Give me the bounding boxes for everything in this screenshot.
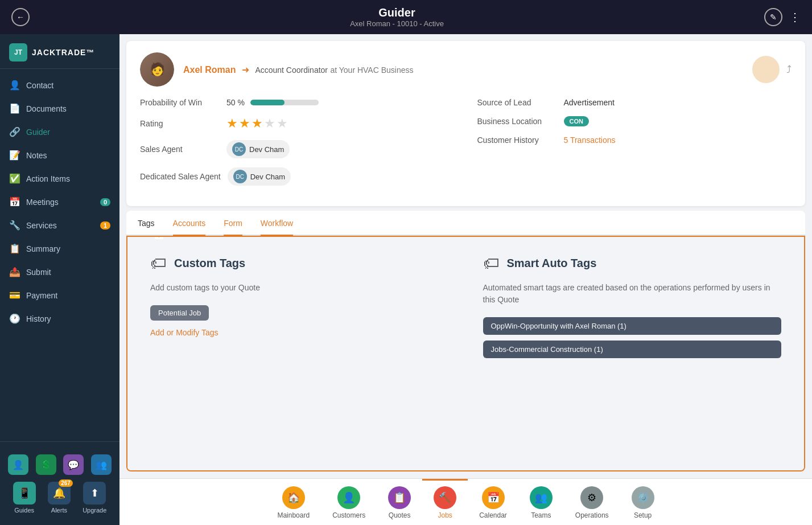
bottom-nav-teams[interactable]: 👥 Teams (518, 479, 564, 525)
add-tag-link[interactable]: Add or Modify Tags (150, 328, 219, 337)
guider-icon: 🔗 (9, 126, 20, 137)
customer-history-label: Customer History (477, 136, 557, 145)
customers-icon: 👤 (337, 486, 360, 509)
location-row: Business Location CON (477, 116, 792, 126)
sidebar-item-meetings[interactable]: 📅 Meetings 0 (0, 190, 119, 214)
sidebar-label-notes: Notes (26, 151, 47, 160)
setup-icon: ⚙️ (632, 486, 654, 509)
bottom-nav-quotes[interactable]: 📋 Quotes (377, 479, 422, 525)
sidebar-item-notes[interactable]: 📝 Notes (0, 143, 119, 167)
star-4: ★ (264, 116, 275, 131)
bottom-alerts[interactable]: 🔔 267 Alerts (48, 482, 71, 514)
sidebar-item-guider[interactable]: 🔗 Guider (0, 120, 119, 143)
header-left: ← (11, 8, 30, 26)
sidebar-item-payment[interactable]: 💳 Payment (0, 284, 119, 307)
sidebar-label-submit: Submit (26, 268, 51, 277)
location-label: Business Location (477, 117, 557, 126)
bottom-nav-jobs[interactable]: 🔨 Jobs (422, 479, 468, 525)
custom-tags-title: Custom Tags (174, 257, 245, 270)
jobs-icon: 🔨 (434, 486, 456, 509)
quotes-icon: 📋 (388, 486, 411, 509)
sidebar-nav: 👤 Contact 📄 Documents 🔗 Guider 📝 Notes ✅ (0, 69, 119, 441)
alerts-label: Alerts (51, 507, 67, 514)
page-subtitle: Axel Roman - 10010 - Active (350, 19, 444, 28)
submit-icon: 📤 (9, 266, 20, 277)
star-5: ★ (277, 116, 288, 131)
smart-tags-desc: Automated smart tags are created based o… (483, 282, 782, 306)
dedicated-agent-label: Dedicated Sales Agent (140, 172, 221, 181)
probability-label: Probability of Win (140, 98, 220, 107)
sidebar-label-meetings: Meetings (26, 198, 59, 207)
upgrade-label: Upgrade (83, 507, 106, 514)
guides-label: Guides (14, 507, 34, 514)
probability-row: Probability of Win 50 % (140, 98, 455, 107)
quotes-label: Quotes (389, 511, 411, 519)
profile-company: at Your HVAC Business (330, 65, 413, 75)
tab-workflow[interactable]: Workflow (261, 211, 293, 236)
sidebar-bottom-nav: 📱 Guides 🔔 267 Alerts ⬆ Upgrade (0, 477, 119, 518)
sales-agent-chip: DC Dev Cham (226, 140, 290, 158)
jobs-label: Jobs (438, 511, 452, 519)
mainboard-icon: 🏠 (282, 486, 305, 509)
sidebar-item-history[interactable]: 🕐 History (0, 307, 119, 330)
transactions-link[interactable]: 5 Transactions (564, 136, 616, 145)
smart-tags-header: 🏷 Smart Auto Tags (483, 254, 782, 273)
rating-label: Rating (140, 119, 220, 128)
tab-tags[interactable]: Tags (138, 211, 155, 236)
sidebar-user-icons: 👤 💲 💬 👥 (0, 449, 119, 477)
notes-icon: 📝 (9, 150, 20, 161)
bottom-nav-calendar[interactable]: 📅 Calendar (468, 479, 518, 525)
history-icon: 🕐 (9, 313, 20, 324)
bottom-nav-mainboard[interactable]: 🏠 Mainboard (266, 479, 321, 525)
custom-tag-chip: Potential Job (150, 305, 209, 321)
bottom-guides[interactable]: 📱 Guides (13, 482, 36, 514)
source-value: Advertisement (564, 98, 615, 107)
profile-card: 🧑 Axel Roman ➜ Account Coordinator at Yo… (126, 41, 805, 206)
bottom-nav-setup[interactable]: ⚙️ Setup (620, 479, 666, 525)
star-2: ★ (239, 116, 250, 131)
bottom-upgrade[interactable]: ⬆ Upgrade (83, 482, 106, 514)
probability-bar-wrap: 50 % (226, 98, 319, 107)
edit-button[interactable]: ✎ (764, 8, 782, 26)
sidebar-item-summary[interactable]: 📋 Summary (0, 237, 119, 260)
smart-tags-icon: 🏷 (483, 254, 499, 273)
custom-tags-icon: 🏷 (150, 254, 166, 273)
profile-info: Axel Roman ➜ Account Coordinator at Your… (183, 64, 743, 75)
sidebar-item-submit[interactable]: 📤 Submit (0, 260, 119, 284)
alerts-icon: 🔔 267 (48, 482, 71, 505)
tab-accounts[interactable]: Accounts (173, 211, 206, 236)
sidebar-item-documents[interactable]: 📄 Documents (0, 97, 119, 120)
share-icon[interactable]: ⤴ (786, 64, 792, 76)
user-profile-icon[interactable]: 👤 (8, 454, 28, 475)
sidebar-item-action-items[interactable]: ✅ Action Items (0, 167, 119, 190)
chat-icon[interactable]: 💬 (63, 454, 84, 475)
back-button[interactable]: ← (11, 8, 30, 26)
dollar-icon[interactable]: 💲 (36, 454, 56, 475)
sidebar-label-services: Services (26, 221, 57, 230)
sidebar-item-services[interactable]: 🔧 Services 1 (0, 214, 119, 237)
profile-secondary-avatar (752, 56, 780, 83)
profile-arrow-icon: ➜ (242, 65, 249, 75)
logo-icon: JT (9, 43, 27, 61)
sales-agent-name: Dev Cham (249, 145, 284, 154)
bottom-nav-operations[interactable]: ⚙ Operations (564, 479, 620, 525)
tab-form[interactable]: Form (224, 211, 242, 236)
profile-right: ⤴ (752, 56, 792, 83)
dedicated-agent-avatar: DC (233, 170, 247, 183)
sidebar-bottom: 👤 💲 💬 👥 📱 Guides 🔔 267 Alerts (0, 441, 119, 525)
profile-top: 🧑 Axel Roman ➜ Account Coordinator at Yo… (140, 52, 792, 87)
avatar-image: 🧑 (140, 52, 174, 87)
sidebar-item-contact[interactable]: 👤 Contact (0, 73, 119, 97)
meetings-badge: 0 (100, 198, 110, 206)
people-icon[interactable]: 👥 (91, 454, 112, 475)
smart-tags-section: 🏷 Smart Auto Tags Automated smart tags a… (483, 254, 782, 453)
services-icon: 🔧 (9, 220, 20, 231)
operations-label: Operations (575, 511, 609, 519)
probability-value: 50 % (226, 98, 245, 107)
header-right: ✎ ⋮ (764, 8, 801, 26)
more-button[interactable]: ⋮ (789, 10, 801, 24)
rating-stars: ★ ★ ★ ★ ★ (226, 116, 288, 131)
probability-bar (250, 100, 319, 105)
bottom-nav-customers[interactable]: 👤 Customers (321, 479, 377, 525)
profile-name: Axel Roman (183, 65, 236, 75)
